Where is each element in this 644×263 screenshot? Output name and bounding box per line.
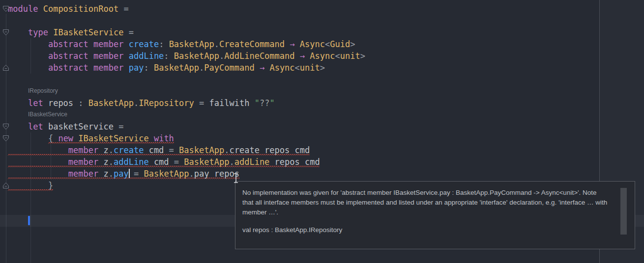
code-line[interactable]: abstract member addLine: BasketApp.AddLi… (0, 50, 644, 62)
code-token (48, 27, 53, 37)
code-token (194, 98, 199, 108)
code-token: repos cmd (269, 157, 320, 167)
code-token: BasketApp (169, 39, 214, 49)
code-token: abstract (48, 51, 88, 61)
caret (129, 169, 130, 178)
code-token (295, 51, 300, 61)
code-token: BasketApp (154, 63, 199, 73)
code-token: ?? (260, 98, 269, 108)
code-token: create repos cmd (229, 145, 310, 155)
code-token: member (93, 63, 123, 73)
code-token: = (129, 27, 134, 37)
code-line[interactable]: type IBasketService = (0, 26, 644, 38)
code-token: unit (340, 51, 360, 61)
code-token: . (109, 157, 114, 167)
code-token: member (68, 145, 98, 155)
fold-marker-expanded-icon[interactable] (2, 123, 9, 130)
mouse-cursor-ibeam-icon (232, 172, 240, 186)
code-line[interactable]: member z.create cmd = BasketApp.create r… (0, 144, 644, 156)
symbol-signature: val repos : BasketApp.IRepository (242, 225, 609, 235)
code-line[interactable]: member z.pay = BasketApp.pay repos (0, 168, 644, 180)
code-token: IRepository (139, 98, 194, 108)
code-token: : (159, 39, 164, 49)
code-line[interactable]: abstract member create: BasketApp.Create… (0, 38, 644, 50)
code-token: with (154, 133, 174, 143)
code-token (88, 63, 93, 73)
code-line[interactable]: let basketService = (0, 121, 644, 132)
code-token: PayCommand (204, 63, 254, 73)
code-token: . (224, 145, 229, 155)
fold-marker-end-icon[interactable] (2, 64, 9, 71)
tooltip-scrollbar-thumb[interactable] (620, 188, 627, 235)
code-token: BasketApp (144, 169, 189, 179)
code-line[interactable]: let repos : BasketApp.IRepository = fail… (0, 97, 644, 109)
code-token: CreateCommand (219, 39, 285, 49)
code-token: = (199, 98, 204, 108)
code-token: IBasketService (78, 133, 148, 143)
code-token: BasketApp (184, 157, 229, 167)
code-token (8, 133, 48, 143)
code-token (73, 133, 78, 143)
code-token: Async (300, 39, 325, 49)
code-line[interactable]: abstract member pay: BasketApp.PayComman… (0, 62, 644, 74)
code-token (8, 181, 48, 190)
code-token: < (325, 39, 330, 49)
code-token: . (199, 63, 204, 73)
code-token (38, 4, 43, 14)
code-token: unit (300, 63, 320, 73)
code-token (88, 51, 93, 61)
code-token (8, 27, 28, 37)
code-token: module (8, 4, 38, 14)
code-token: abstract (48, 63, 88, 73)
code-token: BasketApp (174, 51, 219, 61)
code-token (169, 51, 174, 61)
code-line[interactable]: { new IBasketService with (0, 132, 644, 144)
code-token: BasketApp (179, 145, 224, 155)
code-token: z (98, 145, 108, 155)
code-token: > (320, 63, 325, 73)
code-token: < (295, 63, 300, 73)
inlay-hint[interactable]: IRepository (28, 87, 58, 95)
code-token (123, 51, 128, 61)
code-token (255, 63, 260, 73)
code-token (8, 63, 48, 73)
fold-marker-expanded-icon[interactable] (2, 29, 9, 36)
code-line[interactable]: module CompositionRoot = (0, 3, 644, 15)
code-token: addLine (114, 157, 149, 167)
code-token (8, 51, 48, 61)
code-token: cmd (149, 157, 174, 167)
code-token: create (114, 145, 144, 155)
inlay-hint[interactable]: IBasketService (28, 110, 67, 118)
code-token: addLine (129, 51, 164, 61)
code-token: member (93, 51, 123, 61)
fold-marker-end-icon[interactable] (2, 182, 9, 189)
code-token (8, 39, 48, 49)
code-token: Async (269, 63, 294, 73)
code-token: cmd (144, 145, 169, 155)
code-token: . (219, 51, 224, 61)
code-token: basketService (43, 122, 119, 132)
code-token: → (290, 39, 294, 49)
code-token (53, 133, 58, 143)
code-token: . (214, 39, 219, 49)
code-token (88, 39, 93, 49)
code-line[interactable]: member z.addLine cmd = BasketApp.addLine… (0, 156, 644, 168)
code-token: let (28, 122, 43, 132)
code-token: → (260, 63, 264, 73)
code-token (8, 169, 68, 179)
code-token: { (48, 133, 53, 143)
code-token: < (335, 51, 340, 61)
code-token: z (98, 157, 108, 167)
code-token (8, 145, 68, 155)
fold-marker-expanded-icon[interactable] (2, 135, 9, 142)
code-token: = (134, 169, 139, 179)
code-token: Guid (330, 39, 350, 49)
code-token: AddLineCommand (224, 51, 294, 61)
code-token: → (300, 51, 305, 61)
code-token (8, 157, 68, 167)
code-token (8, 122, 28, 132)
code-token: create (129, 39, 159, 49)
code-token: " (255, 98, 260, 108)
code-token (174, 145, 179, 155)
fold-marker-expanded-icon[interactable] (2, 5, 9, 12)
